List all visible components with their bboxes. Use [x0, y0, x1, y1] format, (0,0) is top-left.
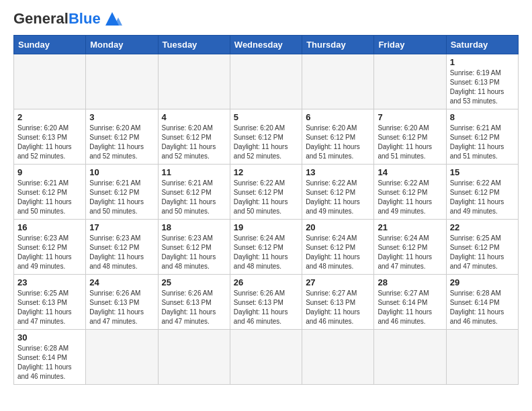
weekday-friday: Friday [374, 36, 446, 54]
calendar-cell: 26Sunrise: 6:26 AMSunset: 6:13 PMDayligh… [230, 275, 302, 330]
day-number: 12 [234, 167, 298, 177]
calendar-cell [374, 54, 446, 109]
calendar-week-row: 23Sunrise: 6:25 AMSunset: 6:13 PMDayligh… [14, 275, 519, 330]
calendar-cell [302, 54, 374, 109]
weekday-header-row: SundayMondayTuesdayWednesdayThursdayFrid… [14, 36, 519, 54]
calendar-cell [230, 54, 302, 109]
cell-sun-info: Sunrise: 6:23 AMSunset: 6:12 PMDaylight:… [17, 234, 82, 271]
day-number: 14 [378, 167, 442, 177]
calendar-cell [158, 330, 230, 385]
day-number: 29 [450, 277, 515, 287]
cell-sun-info: Sunrise: 6:26 AMSunset: 6:13 PMDaylight:… [162, 289, 226, 326]
logo-blue-part: Blue [69, 10, 101, 27]
day-number: 20 [306, 222, 370, 232]
calendar-cell [86, 54, 158, 109]
weekday-wednesday: Wednesday [230, 36, 302, 54]
calendar-cell: 1Sunrise: 6:19 AMSunset: 6:13 PMDaylight… [446, 54, 518, 109]
calendar-cell: 7Sunrise: 6:20 AMSunset: 6:12 PMDaylight… [374, 109, 446, 165]
cell-sun-info: Sunrise: 6:21 AMSunset: 6:12 PMDaylight:… [162, 179, 226, 216]
day-number: 5 [234, 112, 298, 122]
cell-sun-info: Sunrise: 6:25 AMSunset: 6:12 PMDaylight:… [450, 234, 515, 271]
calendar-cell: 27Sunrise: 6:27 AMSunset: 6:13 PMDayligh… [302, 275, 374, 330]
cell-sun-info: Sunrise: 6:22 AMSunset: 6:12 PMDaylight:… [378, 179, 442, 216]
day-number: 28 [378, 277, 442, 287]
calendar-cell: 21Sunrise: 6:24 AMSunset: 6:12 PMDayligh… [374, 220, 446, 275]
calendar-cell: 16Sunrise: 6:23 AMSunset: 6:12 PMDayligh… [14, 220, 86, 275]
calendar-cell: 25Sunrise: 6:26 AMSunset: 6:13 PMDayligh… [158, 275, 230, 330]
cell-sun-info: Sunrise: 6:22 AMSunset: 6:12 PMDaylight:… [306, 179, 370, 216]
calendar-cell [302, 330, 374, 385]
calendar-cell: 20Sunrise: 6:24 AMSunset: 6:12 PMDayligh… [302, 220, 374, 275]
page: GeneralBlue SundayMondayTuesdayWednesday… [0, 0, 532, 398]
cell-sun-info: Sunrise: 6:21 AMSunset: 6:12 PMDaylight:… [450, 124, 515, 161]
calendar-cell: 18Sunrise: 6:23 AMSunset: 6:12 PMDayligh… [158, 220, 230, 275]
cell-sun-info: Sunrise: 6:26 AMSunset: 6:13 PMDaylight:… [234, 289, 298, 326]
day-number: 6 [306, 112, 370, 122]
day-number: 19 [234, 222, 298, 232]
day-number: 1 [450, 57, 515, 67]
day-number: 17 [89, 222, 154, 232]
cell-sun-info: Sunrise: 6:21 AMSunset: 6:12 PMDaylight:… [17, 179, 82, 216]
calendar-cell: 29Sunrise: 6:28 AMSunset: 6:14 PMDayligh… [446, 275, 518, 330]
cell-sun-info: Sunrise: 6:23 AMSunset: 6:12 PMDaylight:… [162, 234, 226, 271]
weekday-monday: Monday [86, 36, 158, 54]
calendar-cell [158, 54, 230, 109]
calendar-cell: 11Sunrise: 6:21 AMSunset: 6:12 PMDayligh… [158, 165, 230, 220]
calendar-cell: 9Sunrise: 6:21 AMSunset: 6:12 PMDaylight… [14, 165, 86, 220]
cell-sun-info: Sunrise: 6:20 AMSunset: 6:13 PMDaylight:… [17, 124, 82, 161]
calendar-cell: 10Sunrise: 6:21 AMSunset: 6:12 PMDayligh… [86, 165, 158, 220]
day-number: 16 [17, 222, 82, 232]
day-number: 4 [162, 112, 226, 122]
header: GeneralBlue [13, 11, 519, 27]
day-number: 23 [17, 277, 82, 287]
calendar-cell [446, 330, 518, 385]
weekday-saturday: Saturday [446, 36, 518, 54]
day-number: 10 [89, 167, 154, 177]
cell-sun-info: Sunrise: 6:27 AMSunset: 6:14 PMDaylight:… [378, 289, 442, 326]
cell-sun-info: Sunrise: 6:23 AMSunset: 6:12 PMDaylight:… [89, 234, 154, 271]
cell-sun-info: Sunrise: 6:24 AMSunset: 6:12 PMDaylight:… [234, 234, 298, 271]
calendar-cell: 5Sunrise: 6:20 AMSunset: 6:12 PMDaylight… [230, 109, 302, 165]
cell-sun-info: Sunrise: 6:20 AMSunset: 6:12 PMDaylight:… [306, 124, 370, 161]
calendar-cell [230, 330, 302, 385]
day-number: 30 [17, 332, 82, 342]
calendar-week-row: 30Sunrise: 6:28 AMSunset: 6:14 PMDayligh… [14, 330, 519, 385]
calendar-cell [374, 330, 446, 385]
day-number: 21 [378, 222, 442, 232]
calendar-cell: 12Sunrise: 6:22 AMSunset: 6:12 PMDayligh… [230, 165, 302, 220]
cell-sun-info: Sunrise: 6:25 AMSunset: 6:13 PMDaylight:… [17, 289, 82, 326]
calendar-cell: 4Sunrise: 6:20 AMSunset: 6:12 PMDaylight… [158, 109, 230, 165]
calendar-week-row: 1Sunrise: 6:19 AMSunset: 6:13 PMDaylight… [14, 54, 519, 109]
logo-icon [102, 8, 122, 27]
weekday-sunday: Sunday [14, 36, 86, 54]
calendar-cell [14, 54, 86, 109]
cell-sun-info: Sunrise: 6:24 AMSunset: 6:12 PMDaylight:… [306, 234, 370, 271]
cell-sun-info: Sunrise: 6:22 AMSunset: 6:12 PMDaylight:… [450, 179, 515, 216]
calendar-table: SundayMondayTuesdayWednesdayThursdayFrid… [13, 35, 519, 385]
calendar-week-row: 9Sunrise: 6:21 AMSunset: 6:12 PMDaylight… [14, 165, 519, 220]
calendar-cell: 30Sunrise: 6:28 AMSunset: 6:14 PMDayligh… [14, 330, 86, 385]
calendar-cell: 6Sunrise: 6:20 AMSunset: 6:12 PMDaylight… [302, 109, 374, 165]
calendar-cell: 13Sunrise: 6:22 AMSunset: 6:12 PMDayligh… [302, 165, 374, 220]
calendar-cell: 8Sunrise: 6:21 AMSunset: 6:12 PMDaylight… [446, 109, 518, 165]
cell-sun-info: Sunrise: 6:26 AMSunset: 6:13 PMDaylight:… [89, 289, 154, 326]
cell-sun-info: Sunrise: 6:28 AMSunset: 6:14 PMDaylight:… [17, 344, 82, 381]
day-number: 22 [450, 222, 515, 232]
calendar-week-row: 2Sunrise: 6:20 AMSunset: 6:13 PMDaylight… [14, 109, 519, 165]
cell-sun-info: Sunrise: 6:27 AMSunset: 6:13 PMDaylight:… [306, 289, 370, 326]
cell-sun-info: Sunrise: 6:22 AMSunset: 6:12 PMDaylight:… [234, 179, 298, 216]
weekday-thursday: Thursday [302, 36, 374, 54]
day-number: 9 [17, 167, 82, 177]
cell-sun-info: Sunrise: 6:20 AMSunset: 6:12 PMDaylight:… [162, 124, 226, 161]
calendar-cell: 14Sunrise: 6:22 AMSunset: 6:12 PMDayligh… [374, 165, 446, 220]
cell-sun-info: Sunrise: 6:20 AMSunset: 6:12 PMDaylight:… [89, 124, 154, 161]
calendar-cell: 23Sunrise: 6:25 AMSunset: 6:13 PMDayligh… [14, 275, 86, 330]
day-number: 15 [450, 167, 515, 177]
cell-sun-info: Sunrise: 6:21 AMSunset: 6:12 PMDaylight:… [89, 179, 154, 216]
cell-sun-info: Sunrise: 6:28 AMSunset: 6:14 PMDaylight:… [450, 289, 515, 326]
day-number: 18 [162, 222, 226, 232]
cell-sun-info: Sunrise: 6:20 AMSunset: 6:12 PMDaylight:… [234, 124, 298, 161]
day-number: 26 [234, 277, 298, 287]
cell-sun-info: Sunrise: 6:19 AMSunset: 6:13 PMDaylight:… [450, 68, 515, 106]
calendar-cell: 3Sunrise: 6:20 AMSunset: 6:12 PMDaylight… [86, 109, 158, 165]
